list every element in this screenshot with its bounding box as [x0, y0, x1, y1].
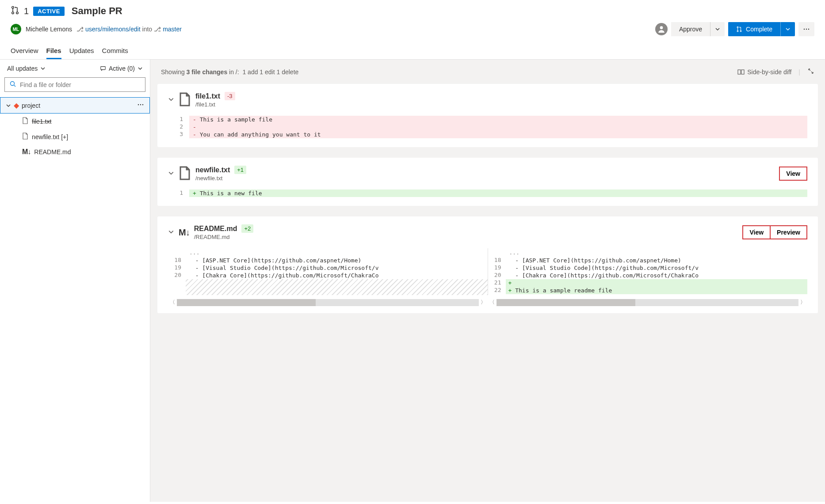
branch-icon: ⎇	[76, 26, 84, 33]
side-by-side-icon	[737, 69, 745, 75]
diff-line: - [Visual Studio Code](https://github.co…	[186, 264, 488, 272]
diff-line-added: + This is a sample readme file	[506, 287, 808, 294]
diff-line: - [Chakra Core](https://github.com/Micro…	[186, 272, 488, 279]
tree-item-newfile[interactable]: newfile.txt [+]	[0, 129, 150, 144]
complete-button[interactable]: Complete	[728, 22, 780, 36]
collapse-toggle[interactable]	[168, 229, 174, 236]
source-branch-link[interactable]: users/milemons/edit	[85, 26, 141, 33]
tree-item-readme[interactable]: M↓ README.md	[0, 144, 150, 159]
diff-line-deleted: - You can add anything you want to it	[189, 131, 807, 138]
comments-filter-dropdown[interactable]: Active (0)	[100, 65, 143, 72]
line-number: 18	[168, 257, 186, 264]
svg-point-7	[804, 29, 805, 30]
preview-button[interactable]: Preview	[771, 225, 807, 239]
svg-point-11	[11, 82, 15, 86]
markdown-icon: M↓	[22, 148, 31, 156]
svg-point-13	[140, 104, 141, 105]
scroll-left-button[interactable]: 〈	[168, 299, 177, 306]
diff-badge-neg: -3	[225, 92, 235, 100]
diff-mode-toggle[interactable]: Side-by-side diff	[737, 68, 791, 76]
in-label: in /:	[227, 68, 239, 76]
target-branch-link[interactable]: master	[163, 26, 182, 33]
tab-commits[interactable]: Commits	[102, 43, 128, 59]
svg-point-5	[737, 30, 738, 32]
view-button[interactable]: View	[742, 225, 771, 239]
showing-label: Showing	[161, 68, 187, 76]
updates-dropdown[interactable]: All updates	[7, 65, 46, 72]
collapse-toggle[interactable]	[168, 96, 174, 104]
file-card-newfile: newfile.txt +1 /newfile.txt View 1+ This…	[157, 158, 818, 206]
svg-rect-15	[738, 70, 741, 74]
status-badge: ACTIVE	[33, 7, 65, 16]
comment-icon	[100, 65, 106, 72]
pr-title: Sample PR	[72, 5, 122, 17]
fullscreen-button[interactable]	[807, 68, 814, 76]
approve-dropdown[interactable]	[710, 22, 725, 36]
git-repo-icon: ◆	[14, 101, 19, 110]
diff-badge-pos: +1	[234, 166, 246, 174]
diff-line: - [ASP.NET Core](https://github.com/aspn…	[186, 257, 488, 264]
tab-overview[interactable]: Overview	[11, 43, 38, 59]
page-header: 1 ACTIVE Sample PR ML Michelle Lemons ⎇ …	[0, 0, 825, 60]
scroll-right-button[interactable]: 〉	[479, 299, 488, 306]
author-avatar[interactable]: ML	[11, 24, 21, 34]
chevron-down-icon	[6, 103, 11, 108]
svg-point-9	[808, 29, 809, 30]
scrollbar-track[interactable]	[497, 299, 798, 306]
file-name: newfile.txt	[195, 166, 230, 174]
scrollbar-thumb[interactable]	[177, 299, 316, 306]
line-number: 2	[168, 123, 189, 131]
file-path: /newfile.txt	[195, 175, 246, 182]
markdown-icon: M↓	[179, 227, 190, 238]
line-number: 22	[488, 287, 506, 294]
collapse-toggle[interactable]	[168, 170, 174, 178]
tree-item-file1[interactable]: file1.txt	[0, 114, 150, 129]
diff-line-deleted: - This is a sample file	[189, 116, 807, 123]
svg-point-0	[12, 6, 14, 8]
scrollbar-track[interactable]	[177, 299, 479, 306]
file-count: 3 file changes	[187, 68, 228, 76]
file-search-input[interactable]	[4, 77, 145, 92]
branch-icon: ⎇	[154, 26, 161, 33]
svg-point-1	[12, 12, 14, 14]
file-card-readme: M↓ README.md +2 /README.md View Preview	[157, 216, 818, 313]
tree-root-project[interactable]: ◆ project	[0, 97, 150, 114]
view-button[interactable]: View	[779, 167, 807, 181]
diff-line: - [Visual Studio Code](https://github.co…	[506, 264, 808, 272]
tab-files[interactable]: Files	[46, 43, 61, 59]
pr-number: 1	[24, 6, 29, 16]
diff-line-deleted: -	[189, 123, 807, 131]
line-number: 21	[488, 279, 506, 287]
file-card-file1: file1.txt -3 /file1.txt 1- This is a sam…	[157, 84, 818, 147]
svg-point-8	[806, 29, 807, 30]
line-number: 20	[488, 272, 506, 279]
scrollbar-thumb[interactable]	[497, 299, 635, 306]
diff-right-pane: ... 18 - [ASP.NET Core](https://github.c…	[488, 248, 808, 295]
file-icon	[22, 117, 28, 125]
tab-updates[interactable]: Updates	[69, 43, 94, 59]
approve-button[interactable]: Approve	[671, 22, 710, 36]
diff-line-added: +	[506, 279, 808, 287]
scroll-right-button[interactable]: 〉	[798, 299, 807, 306]
diff-line-added: + This is a new file	[189, 189, 807, 197]
line-number: 18	[488, 257, 506, 264]
file-icon	[179, 92, 191, 108]
more-actions-button[interactable]	[798, 22, 814, 36]
tree-item-more[interactable]	[137, 101, 144, 110]
file-sidebar: All updates Active (0) ◆	[0, 60, 150, 502]
reviewer-avatar[interactable]	[655, 23, 668, 35]
svg-point-12	[138, 104, 139, 105]
diff-line: - [ASP.NET Core](https://github.com/aspn…	[506, 257, 808, 264]
scroll-left-button[interactable]: 〈	[488, 299, 497, 306]
search-icon	[9, 80, 16, 89]
author-name: Michelle Lemons	[26, 26, 72, 33]
file-name: README.md	[194, 225, 237, 233]
complete-dropdown[interactable]	[780, 22, 795, 36]
tab-bar: Overview Files Updates Commits	[11, 43, 814, 59]
chevron-down-icon	[138, 66, 143, 71]
diff-badge-pos: +2	[241, 224, 253, 233]
file-icon	[22, 133, 28, 141]
chevron-down-icon	[40, 66, 46, 71]
line-number: 19	[168, 264, 186, 272]
into-label: into	[142, 26, 153, 33]
